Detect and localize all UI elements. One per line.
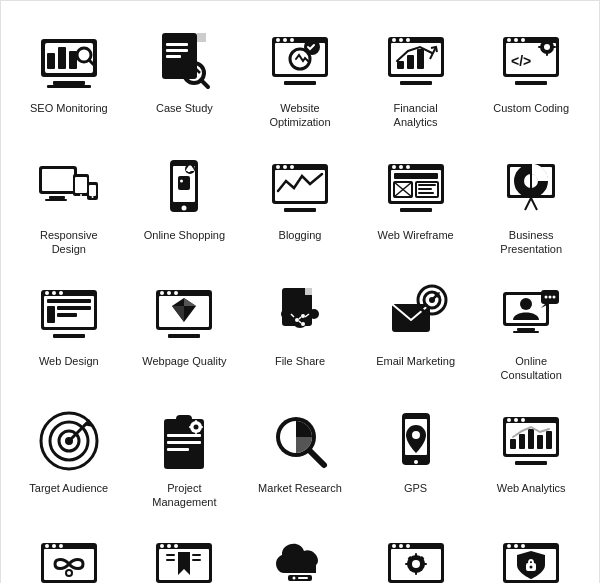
svg-rect-147 bbox=[167, 434, 201, 437]
svg-rect-149 bbox=[167, 448, 189, 451]
icon-seo-monitoring[interactable]: SEO Monitoring bbox=[11, 21, 127, 138]
icon-responsive-design[interactable]: Responsive Design bbox=[11, 148, 127, 265]
svg-point-138 bbox=[553, 296, 556, 299]
custom-coding-label: Custom Coding bbox=[493, 101, 569, 115]
website-optimization-icon bbox=[268, 29, 332, 93]
svg-rect-132 bbox=[513, 331, 539, 333]
svg-rect-33 bbox=[417, 49, 424, 69]
icon-bookmark-website[interactable]: Bookmark Website bbox=[127, 527, 243, 583]
target-audience-icon bbox=[37, 409, 101, 473]
svg-point-180 bbox=[67, 571, 71, 575]
icon-web-wireframe[interactable]: Web Wireframe bbox=[358, 148, 474, 265]
svg-rect-191 bbox=[192, 559, 201, 561]
svg-rect-168 bbox=[510, 439, 516, 449]
svg-rect-154 bbox=[189, 426, 192, 428]
svg-rect-84 bbox=[418, 192, 434, 194]
svg-point-120 bbox=[301, 322, 305, 326]
project-management-label: Project Management bbox=[139, 481, 229, 510]
svg-rect-83 bbox=[418, 188, 432, 190]
webpage-quality-icon bbox=[152, 282, 216, 346]
icon-online-shopping[interactable]: Online Shopping bbox=[127, 148, 243, 265]
svg-point-106 bbox=[174, 291, 178, 295]
email-marketing-icon bbox=[384, 282, 448, 346]
target-audience-label: Target Audience bbox=[29, 481, 108, 495]
icon-target-audience[interactable]: Target Audience bbox=[11, 401, 127, 518]
svg-point-185 bbox=[167, 544, 171, 548]
online-consultation-icon bbox=[499, 282, 563, 346]
svg-point-165 bbox=[507, 418, 511, 422]
svg-rect-110 bbox=[168, 334, 200, 338]
svg-point-39 bbox=[514, 38, 518, 42]
icon-web-analytics[interactable]: Web Analytics bbox=[473, 401, 589, 518]
svg-rect-188 bbox=[166, 554, 175, 556]
svg-rect-44 bbox=[546, 52, 548, 56]
icon-unlimited-bandwidth[interactable]: Unlimited Bandwidth bbox=[11, 527, 127, 583]
icon-seo-audit[interactable]: SEO Audit bbox=[358, 527, 474, 583]
icon-webpage-quality[interactable]: Webpage Quality bbox=[127, 274, 243, 391]
svg-point-42 bbox=[544, 44, 550, 50]
svg-rect-13 bbox=[166, 55, 181, 58]
blogging-icon bbox=[268, 156, 332, 220]
svg-line-91 bbox=[531, 198, 537, 210]
svg-point-119 bbox=[301, 314, 305, 318]
svg-rect-99 bbox=[57, 306, 91, 310]
icon-email-marketing[interactable]: Email Marketing bbox=[358, 274, 474, 391]
svg-point-74 bbox=[392, 165, 396, 169]
svg-rect-85 bbox=[400, 208, 432, 212]
svg-point-21 bbox=[283, 38, 287, 42]
svg-point-22 bbox=[290, 38, 294, 42]
icon-market-research[interactable]: Market Research bbox=[242, 401, 358, 518]
web-wireframe-icon bbox=[384, 156, 448, 220]
icon-grid: SEO Monitoring Case Study bbox=[11, 21, 589, 583]
business-presentation-label: Business Presentation bbox=[486, 228, 576, 257]
svg-line-90 bbox=[525, 198, 531, 210]
svg-rect-25 bbox=[284, 81, 316, 85]
icon-file-share[interactable]: File Share bbox=[242, 274, 358, 391]
custom-coding-icon: </> bbox=[499, 29, 563, 93]
svg-point-216 bbox=[514, 544, 518, 548]
svg-rect-153 bbox=[195, 431, 197, 434]
icon-case-study[interactable]: Case Study bbox=[127, 21, 243, 138]
icon-online-consultation[interactable]: Online Consultation bbox=[473, 274, 589, 391]
svg-rect-5 bbox=[58, 47, 66, 69]
business-presentation-icon bbox=[499, 156, 563, 220]
webpage-quality-label: Webpage Quality bbox=[142, 354, 226, 368]
svg-point-137 bbox=[549, 296, 552, 299]
market-research-icon bbox=[268, 409, 332, 473]
svg-rect-131 bbox=[517, 328, 535, 331]
svg-point-194 bbox=[292, 577, 295, 580]
svg-rect-195 bbox=[298, 577, 308, 579]
icon-project-management[interactable]: Project Management bbox=[127, 401, 243, 518]
icon-custom-coding[interactable]: </> Custom Coding bbox=[473, 21, 589, 138]
icon-gps[interactable]: GPS bbox=[358, 401, 474, 518]
svg-point-40 bbox=[521, 38, 525, 42]
svg-point-20 bbox=[276, 38, 280, 42]
web-analytics-label: Web Analytics bbox=[497, 481, 566, 495]
icon-website-optimization[interactable]: Website Optimization bbox=[242, 21, 358, 138]
svg-point-167 bbox=[521, 418, 525, 422]
svg-rect-206 bbox=[415, 553, 417, 557]
svg-rect-155 bbox=[200, 426, 203, 428]
icon-blogging[interactable]: Blogging bbox=[242, 148, 358, 265]
svg-rect-1 bbox=[53, 81, 85, 85]
blogging-label: Blogging bbox=[279, 228, 322, 242]
web-analytics-icon bbox=[499, 409, 563, 473]
svg-rect-189 bbox=[166, 559, 175, 561]
svg-rect-98 bbox=[47, 306, 55, 323]
icon-web-design[interactable]: Web Design bbox=[11, 274, 127, 391]
svg-rect-62 bbox=[178, 176, 190, 190]
svg-point-55 bbox=[80, 194, 82, 196]
icon-financial-analytics[interactable]: Financial Analytics bbox=[358, 21, 474, 138]
case-study-label: Case Study bbox=[156, 101, 213, 115]
svg-point-28 bbox=[392, 38, 396, 42]
svg-point-70 bbox=[290, 165, 294, 169]
svg-rect-77 bbox=[394, 173, 438, 179]
svg-point-69 bbox=[283, 165, 287, 169]
email-marketing-label: Email Marketing bbox=[376, 354, 455, 368]
svg-point-166 bbox=[514, 418, 518, 422]
svg-point-58 bbox=[91, 196, 93, 198]
icon-cloud-hosting[interactable]: Cloud Hosting bbox=[242, 527, 358, 583]
icon-web-security[interactable]: Web Security bbox=[473, 527, 589, 583]
project-management-icon bbox=[152, 409, 216, 473]
icon-business-presentation[interactable]: Business Presentation bbox=[473, 148, 589, 265]
